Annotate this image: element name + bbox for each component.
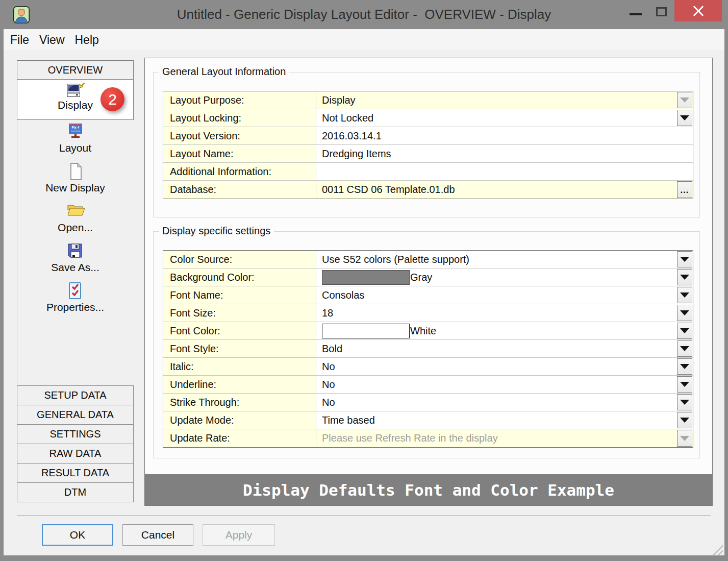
property-value-text: Display bbox=[322, 94, 356, 106]
menu-bar: FileViewHelp bbox=[4, 29, 724, 51]
apply-button: Apply bbox=[203, 524, 275, 546]
dropdown-button[interactable] bbox=[677, 412, 692, 428]
property-row-font-size: Font Size:18 bbox=[163, 304, 693, 322]
save-floppy-icon bbox=[66, 242, 85, 260]
property-value-text: 0011 CSD 06 Template.01.db bbox=[322, 184, 455, 196]
property-value-text: 18 bbox=[322, 307, 333, 319]
svg-text:12:31:01: 12:31:01 bbox=[71, 130, 80, 132]
dropdown-button-disabled bbox=[677, 92, 692, 108]
group-title: Display specific settings bbox=[159, 225, 274, 237]
dropdown-button[interactable] bbox=[677, 376, 692, 393]
sidebar-item-save-as[interactable]: Save As... bbox=[17, 242, 134, 274]
property-label: Font Size: bbox=[163, 304, 316, 322]
display-icon bbox=[65, 82, 86, 99]
dropdown-button-disabled bbox=[677, 430, 692, 447]
property-label: Update Rate: bbox=[163, 429, 316, 447]
sidebar-header-overview[interactable]: OVERVIEW bbox=[17, 60, 134, 80]
property-row-layout-version: Layout Version:2016.03.14.1 bbox=[163, 127, 693, 145]
property-row-database: Database:0011 CSD 06 Template.01.db... bbox=[163, 181, 693, 199]
sidebar-section-buttons: SETUP DATAGENERAL DATASETTINGSRAW DATARE… bbox=[17, 385, 134, 502]
property-label: Layout Purpose: bbox=[163, 91, 316, 109]
property-row-color-source: Color Source:Use S52 colors (Palette sup… bbox=[163, 251, 693, 269]
dropdown-button[interactable] bbox=[677, 251, 692, 267]
display-settings-table: Color Source:Use S52 colors (Palette sup… bbox=[163, 250, 693, 448]
property-row-layout-name: Layout Name:Dredging Items bbox=[163, 145, 693, 163]
chevron-down-icon bbox=[680, 364, 689, 369]
sidebar-item-label: Open... bbox=[58, 222, 93, 234]
property-value-field[interactable]: Gray bbox=[316, 269, 693, 286]
property-label: Layout Locking: bbox=[163, 109, 316, 127]
property-value-field[interactable]: Consolas bbox=[316, 286, 693, 304]
property-value-field[interactable]: Dredging Items bbox=[316, 145, 693, 162]
dialog-window: Untitled - Generic Display Layout Editor… bbox=[0, 0, 728, 561]
ok-button[interactable]: OK bbox=[42, 524, 113, 546]
property-value-field[interactable]: No bbox=[316, 358, 693, 375]
sidebar-button-raw-data[interactable]: RAW DATA bbox=[17, 444, 134, 464]
maximize-icon bbox=[656, 7, 667, 16]
sidebar-item-open[interactable]: Open... bbox=[17, 202, 134, 234]
property-value-text: No bbox=[322, 379, 335, 391]
dropdown-button[interactable] bbox=[677, 110, 692, 126]
property-value-field[interactable]: No bbox=[316, 394, 693, 411]
sidebar-item-properties[interactable]: Properties... bbox=[17, 282, 134, 313]
browse-button[interactable]: ... bbox=[677, 181, 692, 198]
sidebar-items: Fix 412:31:01LayoutNew DisplayOpen...Sav… bbox=[17, 123, 134, 322]
chevron-down-icon bbox=[680, 310, 689, 315]
property-label: Color Source: bbox=[163, 251, 316, 268]
property-value-field[interactable]: White bbox=[316, 322, 693, 339]
property-value-field: Please use Refresh Rate in the display bbox=[316, 429, 693, 447]
property-row-font-name: Font Name:Consolas bbox=[163, 286, 693, 304]
property-value-text: Dredging Items bbox=[322, 148, 391, 160]
sidebar-item-new-display[interactable]: New Display bbox=[17, 162, 134, 194]
maximize-button[interactable] bbox=[652, 0, 674, 21]
property-value-text: Gray bbox=[410, 272, 432, 283]
chevron-down-icon bbox=[680, 257, 689, 262]
group-display-settings: Display specific settings Color Source:U… bbox=[153, 231, 700, 458]
property-value-field[interactable]: No bbox=[316, 376, 693, 393]
properties-checklist-icon bbox=[66, 282, 85, 300]
property-value-field[interactable]: Bold bbox=[316, 340, 693, 357]
dropdown-button[interactable] bbox=[677, 340, 692, 357]
dropdown-button[interactable] bbox=[677, 323, 692, 339]
property-row-font-color: Font Color:White bbox=[163, 322, 693, 340]
cancel-button[interactable]: Cancel bbox=[122, 524, 193, 546]
sidebar-button-setup-data[interactable]: SETUP DATA bbox=[17, 385, 134, 405]
minimize-button[interactable] bbox=[626, 0, 649, 21]
property-value-field[interactable]: 18 bbox=[316, 304, 693, 322]
dropdown-button[interactable] bbox=[677, 358, 692, 375]
property-value-field[interactable]: Use S52 colors (Palette support) bbox=[316, 251, 693, 268]
close-button[interactable] bbox=[674, 0, 722, 21]
sidebar-button-dtm[interactable]: DTM bbox=[17, 482, 134, 502]
property-value-field[interactable]: 2016.03.14.1 bbox=[316, 127, 693, 144]
sidebar-item-label: Properties... bbox=[46, 301, 104, 313]
chevron-down-icon bbox=[680, 382, 689, 387]
menu-view[interactable]: View bbox=[34, 33, 69, 47]
property-row-font-style: Font Style:Bold bbox=[163, 340, 693, 358]
chevron-down-icon bbox=[680, 115, 689, 120]
menu-file[interactable]: File bbox=[10, 33, 34, 47]
property-value-field[interactable]: Not Locked bbox=[316, 109, 693, 127]
dropdown-button[interactable] bbox=[677, 287, 692, 303]
sidebar-item-display[interactable]: Display 2 bbox=[17, 79, 134, 120]
sidebar-button-result-data[interactable]: RESULT DATA bbox=[17, 463, 134, 483]
chevron-down-icon bbox=[680, 292, 689, 298]
property-label: Additional Information: bbox=[163, 163, 316, 180]
step-badge: 2 bbox=[101, 87, 124, 111]
property-value-field[interactable]: Time based bbox=[316, 411, 693, 429]
font-preview-bar: Display Defaults Font and Color Example bbox=[145, 474, 712, 505]
dropdown-button[interactable] bbox=[677, 305, 692, 321]
menu-help[interactable]: Help bbox=[70, 33, 104, 47]
property-label: Strike Through: bbox=[163, 394, 316, 411]
window-title: Untitled - Generic Display Layout Editor… bbox=[0, 7, 728, 22]
property-label: Layout Version: bbox=[163, 127, 316, 144]
property-label: Background Color: bbox=[163, 269, 316, 286]
property-value-field[interactable] bbox=[316, 163, 693, 180]
sidebar-item-layout[interactable]: Fix 412:31:01Layout bbox=[17, 123, 134, 154]
sidebar-button-settings[interactable]: SETTINGS bbox=[17, 424, 134, 444]
chevron-down-icon bbox=[680, 418, 689, 423]
dropdown-button[interactable] bbox=[677, 269, 692, 285]
sidebar-item-label: Layout bbox=[59, 142, 91, 154]
property-value-text: Please use Refresh Rate in the display bbox=[322, 432, 498, 444]
sidebar-button-general-data[interactable]: GENERAL DATA bbox=[17, 405, 134, 425]
dropdown-button[interactable] bbox=[677, 394, 692, 410]
